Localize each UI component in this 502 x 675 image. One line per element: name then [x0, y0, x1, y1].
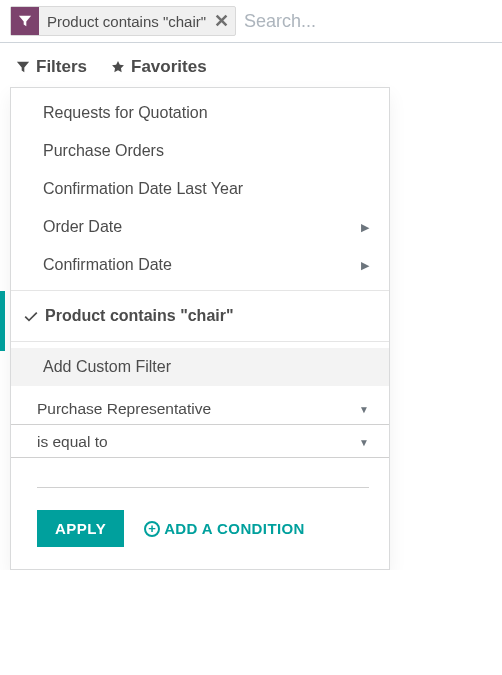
custom-filter-operator-select[interactable]: is equal to ▼ [11, 425, 389, 458]
custom-filter-field-select[interactable]: Purchase Representative ▼ [11, 392, 389, 425]
caret-down-icon: ▼ [359, 437, 369, 448]
select-value: is equal to [37, 433, 108, 451]
active-filter-row[interactable]: Product contains "chair" [11, 297, 389, 335]
chevron-right-icon: ▶ [361, 259, 369, 272]
search-input[interactable] [236, 7, 494, 36]
search-bar: Product contains "chair" ✕ [0, 0, 502, 43]
filter-tabs: Filters Favorites [0, 43, 502, 87]
plus-circle-icon: + [144, 521, 160, 537]
filter-option-label: Confirmation Date Last Year [43, 180, 243, 198]
divider [11, 290, 389, 291]
custom-filter-actions: APPLY + ADD A CONDITION [11, 488, 389, 547]
filter-option-order-date[interactable]: Order Date ▶ [11, 208, 389, 246]
apply-button[interactable]: APPLY [37, 510, 124, 547]
filter-option-rfq[interactable]: Requests for Quotation [11, 88, 389, 132]
chevron-right-icon: ▶ [361, 221, 369, 234]
facet-label: Product contains "chair" [47, 13, 212, 30]
selection-accent [0, 291, 5, 351]
star-icon [111, 60, 125, 74]
filter-option-label: Order Date [43, 218, 122, 236]
custom-filter-value-input[interactable] [37, 458, 369, 488]
search-facet: Product contains "chair" ✕ [10, 6, 236, 36]
caret-down-icon: ▼ [359, 404, 369, 415]
add-condition-label: ADD A CONDITION [164, 520, 305, 537]
facet-remove-icon[interactable]: ✕ [212, 12, 235, 30]
add-condition-button[interactable]: + ADD A CONDITION [144, 520, 305, 537]
add-custom-filter-header[interactable]: Add Custom Filter [11, 348, 389, 386]
filter-icon [11, 7, 39, 35]
tab-favorites-label: Favorites [131, 57, 207, 77]
filter-option-label: Confirmation Date [43, 256, 172, 274]
filters-dropdown: Requests for Quotation Purchase Orders C… [10, 87, 390, 570]
filter-option-po[interactable]: Purchase Orders [11, 132, 389, 170]
funnel-icon [16, 60, 30, 74]
check-icon [23, 308, 39, 324]
tab-filters-label: Filters [36, 57, 87, 77]
filter-option-conf-last-year[interactable]: Confirmation Date Last Year [11, 170, 389, 208]
tab-filters[interactable]: Filters [16, 57, 87, 77]
filter-option-label: Purchase Orders [43, 142, 164, 160]
tab-favorites[interactable]: Favorites [111, 57, 207, 77]
divider [11, 341, 389, 342]
filter-option-label: Requests for Quotation [43, 104, 208, 122]
active-filter-label: Product contains "chair" [45, 307, 234, 325]
filter-option-conf-date[interactable]: Confirmation Date ▶ [11, 246, 389, 284]
select-value: Purchase Representative [37, 400, 211, 418]
